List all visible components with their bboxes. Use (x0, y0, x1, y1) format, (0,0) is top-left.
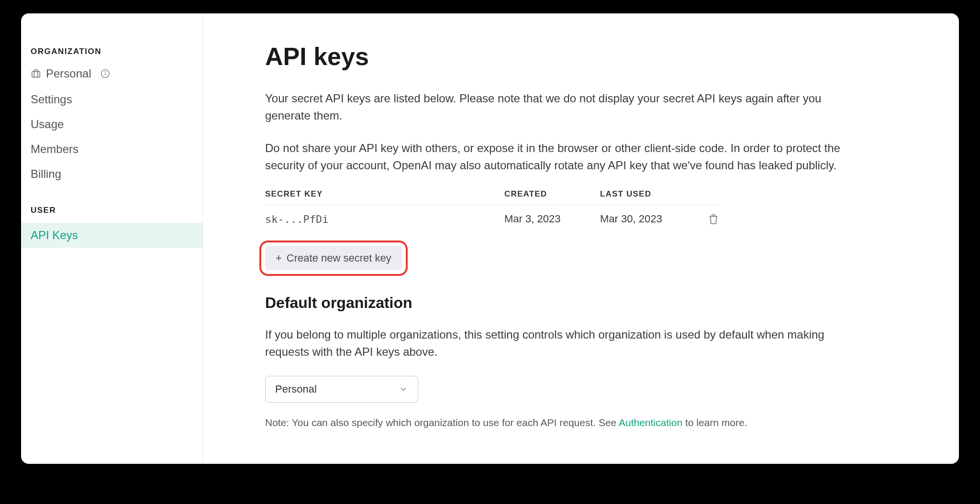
intro-paragraph-2: Do not share your API key with others, o… (265, 140, 858, 174)
delete-key-button[interactable] (707, 213, 720, 225)
create-secret-key-button[interactable]: + Create new secret key (265, 246, 402, 270)
create-button-label: Create new secret key (287, 252, 391, 264)
authentication-link[interactable]: Authentication (619, 417, 682, 428)
nav-api-keys[interactable]: API Keys (21, 223, 202, 248)
sidebar: ORGANIZATION Personal Settings Usage Mem… (21, 13, 203, 464)
org-section-label: ORGANIZATION (21, 47, 202, 64)
default-org-desc: If you belong to multiple organizations,… (265, 326, 858, 361)
col-created: CREATED (504, 189, 600, 199)
user-section-label: USER (21, 206, 202, 223)
nav-billing[interactable]: Billing (21, 162, 202, 186)
nav-members[interactable]: Members (21, 137, 202, 162)
select-value: Personal (275, 383, 317, 395)
svg-point-3 (105, 72, 105, 72)
nav-settings[interactable]: Settings (21, 87, 202, 112)
col-secret-key: SECRET KEY (265, 189, 504, 199)
chevron-down-icon (399, 384, 408, 394)
cell-last-used: Mar 30, 2023 (600, 213, 696, 225)
plus-icon: + (276, 253, 282, 263)
col-last-used: LAST USED (600, 189, 696, 199)
svg-rect-0 (32, 71, 40, 77)
default-org-select[interactable]: Personal (265, 376, 418, 403)
info-icon (100, 68, 111, 79)
table-row: sk-...PfDi Mar 3, 2023 Mar 30, 2023 (265, 205, 720, 236)
annotation-highlight: + Create new secret key (259, 241, 408, 276)
nav-usage[interactable]: Usage (21, 112, 202, 137)
intro-paragraph-1: Your secret API keys are listed below. P… (265, 90, 858, 124)
org-name: Personal (46, 67, 91, 80)
cell-created: Mar 3, 2023 (504, 213, 600, 225)
default-org-note: Note: You can also specify which organiz… (265, 417, 911, 428)
main-content: API keys Your secret API keys are listed… (203, 13, 959, 464)
org-switcher[interactable]: Personal (21, 64, 202, 87)
trash-icon (707, 213, 720, 225)
api-keys-table: SECRET KEY CREATED LAST USED sk-...PfDi … (265, 189, 720, 236)
default-org-title: Default organization (265, 294, 911, 312)
cell-secret-key: sk-...PfDi (265, 213, 504, 225)
table-header-row: SECRET KEY CREATED LAST USED (265, 189, 720, 205)
page-title: API keys (265, 42, 911, 71)
briefcase-icon (31, 68, 41, 79)
app-window: ORGANIZATION Personal Settings Usage Mem… (21, 13, 959, 464)
